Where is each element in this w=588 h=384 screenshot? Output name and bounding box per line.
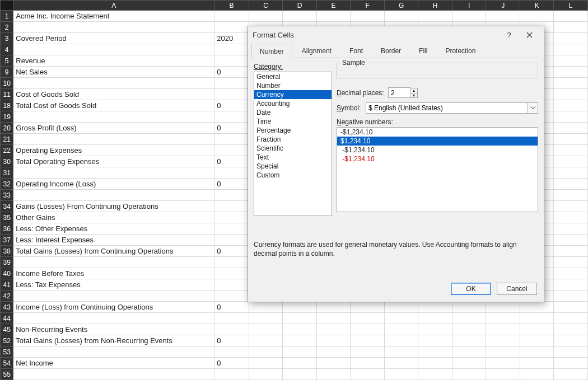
cell-F54[interactable]	[351, 358, 385, 369]
category-item-percentage[interactable]: Percentage	[254, 126, 332, 135]
cell-L41[interactable]	[554, 279, 588, 291]
row-header-39[interactable]: 39	[1, 257, 13, 268]
cell-D44[interactable]	[283, 313, 317, 324]
cell-B54[interactable]: 0	[214, 358, 249, 369]
negative-format-option-0[interactable]: -$1,234.10	[337, 128, 538, 137]
cell-G55[interactable]	[384, 369, 418, 380]
tab-font[interactable]: Font	[341, 43, 371, 58]
cell-A43[interactable]: Income (Loss) from Continuing Operations	[13, 302, 214, 313]
cell-A38[interactable]: Total Gains (Losses) from Continuing Ope…	[13, 246, 214, 257]
cell-I45[interactable]	[452, 324, 486, 335]
negative-numbers-list[interactable]: -$1,234.10$1,234.10 -$1,234.10 -$1,234.1…	[337, 127, 538, 212]
cell-B18[interactable]: 0	[214, 100, 249, 111]
cell-D43[interactable]	[283, 302, 317, 313]
cell-C44[interactable]	[249, 313, 283, 324]
cell-J43[interactable]	[486, 302, 520, 313]
row-header-30[interactable]: 30	[1, 156, 13, 167]
cell-B4[interactable]	[214, 44, 249, 55]
cell-D52[interactable]	[283, 335, 317, 346]
cell-C52[interactable]	[249, 335, 283, 346]
row-header-11[interactable]: 11	[1, 89, 13, 100]
cell-L39[interactable]	[554, 257, 588, 268]
category-item-currency[interactable]: Currency	[254, 90, 332, 99]
cell-G53[interactable]	[384, 346, 418, 358]
cell-C45[interactable]	[249, 324, 283, 335]
close-button[interactable]	[519, 28, 539, 41]
row-header-33[interactable]: 33	[1, 190, 13, 201]
row-header-35[interactable]: 35	[1, 212, 13, 223]
cell-B9[interactable]: 0	[214, 67, 249, 78]
category-item-custom[interactable]: Custom	[254, 171, 332, 180]
cell-A55[interactable]	[13, 369, 214, 380]
cell-D1[interactable]	[283, 11, 317, 22]
cell-A53[interactable]	[13, 346, 214, 358]
row-header-3[interactable]: 3	[1, 33, 13, 44]
cell-H52[interactable]	[418, 335, 452, 346]
cell-B21[interactable]	[214, 134, 249, 145]
cell-K45[interactable]	[520, 324, 554, 335]
row-header-18[interactable]: 18	[1, 100, 13, 111]
cell-A22[interactable]: Operating Expenses	[13, 145, 214, 156]
cell-J53[interactable]	[486, 346, 520, 358]
cell-K52[interactable]	[520, 335, 554, 346]
row-header-43[interactable]: 43	[1, 302, 13, 313]
row-header-40[interactable]: 40	[1, 268, 13, 279]
cell-B32[interactable]: 0	[214, 179, 249, 190]
category-item-scientific[interactable]: Scientific	[254, 144, 332, 153]
cell-H54[interactable]	[418, 358, 452, 369]
cell-C55[interactable]	[249, 369, 283, 380]
cell-A32[interactable]: Operating Income (Loss)	[13, 179, 214, 190]
cell-F1[interactable]	[351, 11, 385, 22]
row-header-19[interactable]: 19	[1, 111, 13, 123]
cell-L32[interactable]	[554, 179, 588, 190]
cell-K53[interactable]	[520, 346, 554, 358]
cell-L4[interactable]	[554, 44, 588, 55]
column-header-K[interactable]: K	[520, 1, 554, 11]
cell-B5[interactable]	[214, 55, 249, 67]
row-header-21[interactable]: 21	[1, 134, 13, 145]
decimal-places-input[interactable]	[388, 87, 410, 98]
cell-L18[interactable]	[554, 100, 588, 111]
cell-L43[interactable]	[554, 302, 588, 313]
cell-K54[interactable]	[520, 358, 554, 369]
cell-A54[interactable]: Net Income	[13, 358, 214, 369]
cell-A34[interactable]: Gains (Losses) From Continuing Operation…	[13, 201, 214, 212]
cell-L55[interactable]	[554, 369, 588, 380]
cell-B37[interactable]	[214, 235, 249, 246]
row-header-32[interactable]: 32	[1, 179, 13, 190]
row-header-41[interactable]: 41	[1, 279, 13, 291]
column-header-F[interactable]: F	[351, 1, 385, 11]
cell-D55[interactable]	[283, 369, 317, 380]
cell-C53[interactable]	[249, 346, 283, 358]
symbol-dropdown-button[interactable]	[528, 102, 538, 114]
cell-H44[interactable]	[418, 313, 452, 324]
cell-A41[interactable]: Less: Tax Expenses	[13, 279, 214, 291]
symbol-input[interactable]	[366, 102, 528, 114]
cell-J54[interactable]	[486, 358, 520, 369]
cell-K44[interactable]	[520, 313, 554, 324]
category-item-text[interactable]: Text	[254, 153, 332, 162]
cell-B42[interactable]	[214, 291, 249, 302]
cell-B22[interactable]	[214, 145, 249, 156]
symbol-combo[interactable]	[366, 102, 538, 114]
cell-B10[interactable]	[214, 78, 249, 89]
cell-F53[interactable]	[351, 346, 385, 358]
cell-L34[interactable]	[554, 201, 588, 212]
column-header-J[interactable]: J	[486, 1, 520, 11]
negative-format-option-3[interactable]: -$1,234.10	[337, 154, 538, 163]
cell-H55[interactable]	[418, 369, 452, 380]
cell-E1[interactable]	[316, 11, 351, 22]
row-header-45[interactable]: 45	[1, 324, 13, 335]
row-header-1[interactable]: 1	[1, 11, 13, 22]
cell-L31[interactable]	[554, 167, 588, 179]
cell-L10[interactable]	[554, 78, 588, 89]
category-item-date[interactable]: Date	[254, 108, 332, 117]
row-header-53[interactable]: 53	[1, 346, 13, 358]
cell-J52[interactable]	[486, 335, 520, 346]
cell-L1[interactable]	[554, 11, 588, 22]
ok-button[interactable]: OK	[451, 283, 491, 295]
cell-I44[interactable]	[452, 313, 486, 324]
cell-K43[interactable]	[520, 302, 554, 313]
cell-L38[interactable]	[554, 246, 588, 257]
cell-A19[interactable]	[13, 111, 214, 123]
